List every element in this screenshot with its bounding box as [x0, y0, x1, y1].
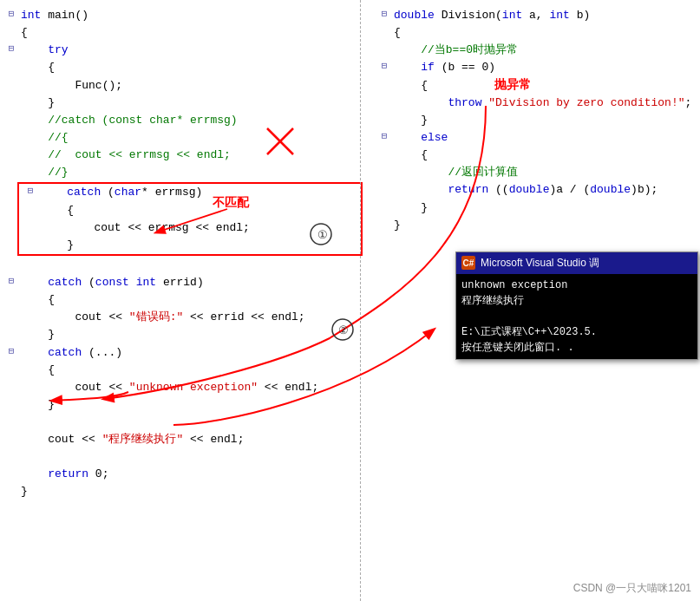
code-line: } — [19, 237, 361, 254]
code-line: ⊟ if (b == 0) — [373, 59, 700, 76]
collapse-icon: ⊟ — [3, 42, 19, 56]
code-line: ⊟ try — [0, 42, 364, 59]
code-text: } — [394, 199, 428, 217]
panel-divider — [360, 0, 361, 601]
code-line: cout << errmsg << endl; — [19, 219, 361, 237]
collapse-icon: ⊟ — [376, 7, 392, 22]
code-text: } — [21, 326, 55, 343]
code-line: Func(); — [0, 77, 364, 95]
code-text: { — [394, 77, 428, 95]
code-text: cout << "错误码:" << errid << endl; — [21, 309, 305, 326]
code-line: ⊟ else — [373, 129, 700, 147]
code-text: //} — [21, 164, 69, 181]
console-line: E:\正式课程\C++\2023.5. — [461, 324, 692, 340]
right-code-panel: ⊟ double Division(int a, int b) { //当b==… — [364, 0, 700, 601]
code-line: cout << "错误码:" << errid << endl; — [0, 309, 364, 326]
code-text: cout << "程序继续执行" << endl; — [21, 431, 244, 448]
console-titlebar: C# Microsoft Visual Studio 调 — [456, 252, 697, 274]
code-line: cout << "程序继续执行" << endl; — [0, 431, 364, 448]
code-line: ⊟ catch (...) — [0, 344, 364, 362]
code-text: return 0; — [21, 466, 108, 483]
main-container: ⊟ int main() { ⊟ try { Func(); } — [0, 0, 700, 601]
code-text: else — [394, 129, 448, 147]
code-line: ⊟ catch (char* errmsg) — [19, 184, 361, 201]
code-text: // cout << errmsg << endl; — [21, 147, 231, 164]
code-text: catch (char* errmsg) — [40, 184, 202, 201]
code-line: // cout << errmsg << endl; — [0, 147, 364, 164]
console-line: 程序继续执行 — [461, 293, 692, 309]
collapse-icon: ⊟ — [3, 274, 19, 289]
code-line: } — [0, 396, 364, 414]
collapse-icon: ⊟ — [3, 344, 19, 359]
code-line: { — [0, 59, 364, 76]
code-line: //catch (const char* errmsg) — [0, 112, 364, 129]
code-text: { — [394, 147, 428, 164]
code-text: { — [21, 59, 55, 76]
code-text: try — [21, 42, 69, 59]
code-line: //{ — [0, 129, 364, 147]
code-text: } — [21, 483, 28, 500]
code-line: ⊟ catch (const int errid) — [0, 274, 364, 291]
code-text: } — [21, 95, 55, 112]
left-code-panel: ⊟ int main() { ⊟ try { Func(); } — [0, 0, 364, 601]
code-text: int main() — [21, 7, 88, 24]
code-line: { — [0, 24, 364, 42]
spacer — [0, 414, 364, 431]
code-text: } — [40, 237, 74, 254]
code-text: cout << "unknown exception" << endl; — [21, 379, 318, 396]
console-line: 按任意键关闭此窗口. . — [461, 340, 692, 356]
code-text: double Division(int a, int b) — [394, 7, 590, 24]
console-window: C# Microsoft Visual Studio 调 unknown exc… — [455, 252, 698, 360]
code-line: } — [0, 326, 364, 343]
code-text: return ((double)a / (double)b); — [394, 181, 657, 199]
code-line: return 0; — [0, 466, 364, 483]
console-body: unknown exception 程序继续执行 E:\正式课程\C++\202… — [456, 274, 697, 359]
console-line: unknown exception — [461, 278, 692, 293]
console-line — [461, 309, 692, 324]
collapse-icon: ⊟ — [3, 7, 19, 22]
spacer — [0, 257, 364, 274]
code-text: } — [394, 112, 428, 129]
code-line: { — [0, 362, 364, 379]
code-line: //} — [0, 164, 364, 181]
code-text: Func(); — [21, 77, 122, 95]
code-text: { — [40, 202, 74, 219]
collapse-icon: ⊟ — [376, 59, 392, 74]
code-text: { — [21, 362, 55, 379]
code-line: //当b==0时抛异常 — [373, 42, 700, 59]
code-text: cout << errmsg << endl; — [40, 219, 250, 237]
code-line: { — [373, 147, 700, 164]
code-line: { — [373, 77, 700, 95]
code-line: //返回计算值 — [373, 164, 700, 181]
watermark: CSDN @一只大喵咪1201 — [573, 581, 691, 596]
code-line: return ((double)a / (double)b); — [373, 181, 700, 199]
code-line: cout << "unknown exception" << endl; — [0, 379, 364, 396]
code-text: //返回计算值 — [394, 164, 518, 181]
code-text: if (b == 0) — [394, 59, 495, 76]
code-text: //{ — [21, 129, 69, 147]
code-text: catch (const int errid) — [21, 274, 204, 291]
code-text: //catch (const char* errmsg) — [21, 112, 238, 129]
highlighted-catch-block: ⊟ catch (char* errmsg) { cout << errmsg … — [17, 182, 363, 256]
code-line: } — [373, 199, 700, 217]
code-line: ⊟ int main() — [0, 7, 364, 24]
code-text: throw "Division by zero condition!"; — [394, 95, 691, 112]
console-title: Microsoft Visual Studio 调 — [481, 255, 599, 271]
code-line: throw "Division by zero condition!"; — [373, 95, 700, 112]
code-line: } — [0, 483, 364, 500]
code-text: } — [394, 217, 401, 234]
code-line: } — [373, 112, 700, 129]
code-text: //当b==0时抛异常 — [394, 42, 518, 59]
code-text: catch (...) — [21, 344, 122, 362]
code-line: { — [373, 24, 700, 42]
code-text: { — [21, 24, 28, 42]
code-text: } — [21, 396, 55, 414]
spacer — [0, 448, 364, 466]
code-line: { — [19, 202, 361, 219]
vs-icon: C# — [461, 256, 475, 270]
code-line: } — [373, 217, 700, 234]
code-line: ⊟ double Division(int a, int b) — [373, 7, 700, 24]
collapse-icon: ⊟ — [376, 129, 392, 144]
code-line: { — [0, 291, 364, 309]
code-text: { — [394, 24, 401, 42]
